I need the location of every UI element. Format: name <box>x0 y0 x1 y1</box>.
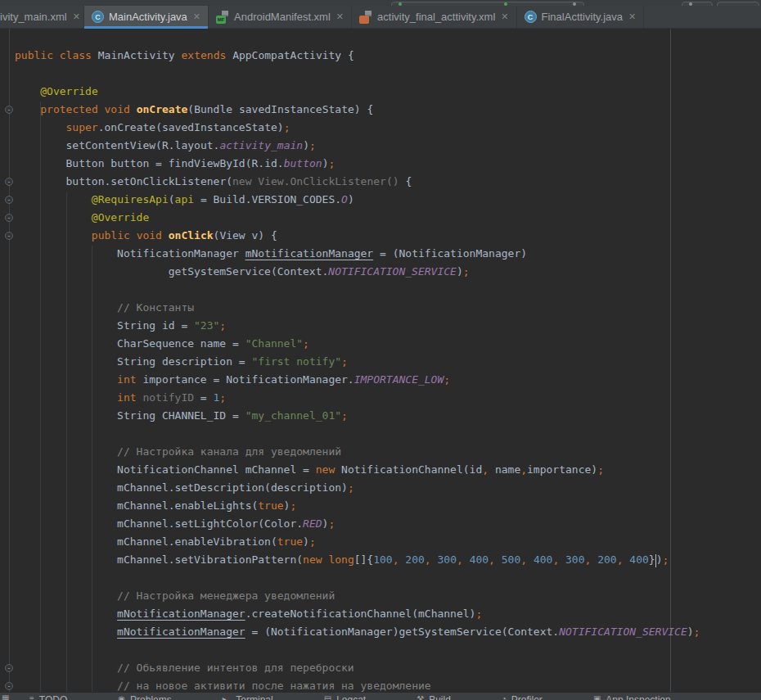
code-line[interactable]: setContentView(R.layout.activity_main); <box>15 137 761 155</box>
code-line[interactable]: String description = "first notify"; <box>15 353 761 371</box>
code-token: 400 <box>534 553 552 566</box>
code-line[interactable]: mChannel.enableLights(true); <box>15 497 761 515</box>
code-line[interactable]: // Настройка менеджера уведомлений <box>15 587 761 605</box>
code-token: setContentView(R.layout. <box>66 139 220 151</box>
fold-marker-icon[interactable]: - <box>5 196 13 204</box>
code-line[interactable]: // на новое активити после нажатия на ув… <box>15 677 761 692</box>
problems-icon: ◉ <box>118 694 125 700</box>
tool-window-corner-icon[interactable]: ▦ <box>2 693 9 700</box>
code-token: importance = NotificationManager. <box>137 373 354 386</box>
code-token: public <box>92 229 130 242</box>
close-icon[interactable]: ✕ <box>193 11 200 22</box>
code-token: new View.OnClickListener() <box>232 175 405 187</box>
fold-marker-icon[interactable]: - <box>5 178 13 186</box>
fold-marker-icon[interactable]: - <box>5 682 13 690</box>
tool-window-button-terminal[interactable]: ▸_Terminal <box>223 694 273 700</box>
code-line[interactable]: int importance = NotificationManager.IMP… <box>15 371 761 389</box>
code-token: ; <box>475 607 482 620</box>
code-editor[interactable]: public class MainActivity extends AppCom… <box>0 29 761 692</box>
code-line[interactable]: CharSequence name = "Channel"; <box>15 335 761 353</box>
code-line[interactable]: public class MainActivity extends AppCom… <box>15 47 761 65</box>
code-line[interactable]: button.setOnClickListener(new View.OnCli… <box>15 173 761 191</box>
code-token: "first notify" <box>251 355 341 368</box>
tool-window-button-todo[interactable]: ≡TODO <box>29 694 67 700</box>
editor-tab-ivity_main.xml[interactable]: ivity_main.xml✕ <box>0 6 84 28</box>
code-line[interactable] <box>15 569 761 587</box>
code-line[interactable]: @RequiresApi(api = Build.VERSION_CODES.O… <box>15 191 761 209</box>
close-icon[interactable]: ✕ <box>628 11 636 22</box>
code-line[interactable]: mNotificationManager.createNotificationC… <box>15 605 761 623</box>
code-line[interactable]: protected void onCreate(Bundle savedInst… <box>15 101 761 119</box>
code-token: notifyID <box>142 391 194 404</box>
code-line[interactable]: @Override <box>15 83 761 101</box>
close-icon[interactable]: ✕ <box>501 11 508 22</box>
code-line[interactable]: // Константы <box>15 299 761 317</box>
tool-window-button-profiler[interactable]: ◔Profiler <box>502 694 543 700</box>
code-line[interactable]: // Обьявление интентов для переброски <box>15 659 761 677</box>
editor-tab-FinalActtivity.java[interactable]: CFinalActtivity.java✕ <box>517 6 645 28</box>
code-line[interactable]: NotificationChannel mChannel = new Notif… <box>15 461 761 479</box>
profiler-icon: ◔ <box>502 694 507 700</box>
code-line[interactable]: super.onCreate(savedInstanceState); <box>15 119 761 137</box>
editor-tab-activity_final_acttivity.xml[interactable]: activity_final_acttivity.xml✕ <box>352 6 516 28</box>
code-token: O <box>341 193 348 205</box>
code-token: int <box>117 373 136 386</box>
close-icon[interactable]: ✕ <box>73 11 80 22</box>
close-icon[interactable]: ✕ <box>336 11 344 22</box>
code-token: ; <box>284 121 290 133</box>
code-token: 300 <box>565 553 584 566</box>
code-line[interactable]: int notifyID = 1; <box>15 389 761 407</box>
code-line[interactable]: mNotificationManager = (NotificationMana… <box>15 623 761 641</box>
code-line[interactable] <box>15 281 761 299</box>
code-area[interactable]: public class MainActivity extends AppCom… <box>15 47 761 692</box>
code-token: (View v) { <box>214 229 277 242</box>
tool-window-button-build[interactable]: ⚒Build <box>417 694 451 700</box>
code-token: int <box>117 391 136 404</box>
code-line[interactable]: mChannel.setVibrationPattern(new long[]{… <box>15 551 761 569</box>
tool-window-button-app-inspection[interactable]: ▣App Inspection <box>593 694 671 700</box>
code-token: 400 <box>629 553 648 566</box>
code-token: super <box>66 121 98 133</box>
code-line[interactable]: mChannel.setLightColor(Color.RED); <box>15 515 761 533</box>
todo-icon: ≡ <box>29 694 34 700</box>
code-token: button <box>284 157 322 169</box>
code-token: NOTIFICATION_SERVICE <box>559 625 687 638</box>
code-line[interactable]: public void onClick(View v) { <box>15 227 761 245</box>
code-line[interactable]: String id = "23"; <box>15 317 761 335</box>
code-token: ; <box>309 535 316 548</box>
code-line[interactable] <box>15 641 761 659</box>
code-line[interactable]: mChannel.setDescription(description); <box>15 479 761 497</box>
code-line[interactable]: mChannel.enableVibration(true); <box>15 533 761 551</box>
code-token: ; <box>219 391 226 404</box>
code-token: , <box>425 553 431 566</box>
code-token: getSystemService(Context. <box>169 265 329 278</box>
code-token: NotificationChannel mChannel = <box>117 463 316 476</box>
fold-marker-icon[interactable]: - <box>5 214 13 222</box>
code-token: mChannel.setDescription(description) <box>117 481 348 494</box>
code-line[interactable]: // Настройка канала для уведомлений <box>15 443 761 461</box>
fold-marker-icon[interactable]: - <box>5 664 13 672</box>
fold-marker-icon[interactable]: - <box>5 232 13 240</box>
code-token: // Настройка менеджера уведомлений <box>117 589 335 602</box>
main-toolbar[interactable] <box>0 0 761 6</box>
code-line[interactable]: @Override <box>15 209 761 227</box>
code-token: { <box>405 175 412 187</box>
code-line[interactable]: getSystemService(Context.NOTIFICATION_SE… <box>15 263 761 281</box>
code-token: importance) <box>527 463 597 476</box>
code-line[interactable]: String CHANNEL_ID = "my_channel_01"; <box>15 407 761 425</box>
code-token: "my_channel_01" <box>245 409 341 422</box>
tool-window-button-label: App Inspection <box>606 694 670 700</box>
tool-window-button-logcat[interactable]: ▤Logcat <box>324 694 366 700</box>
code-line[interactable]: Button button = findViewById(R.id.button… <box>15 155 761 173</box>
code-token: name <box>489 463 520 476</box>
code-line[interactable]: NotificationManager mNotificationManager… <box>15 245 761 263</box>
fold-marker-icon[interactable]: - <box>5 106 13 114</box>
code-token: ; <box>341 409 348 422</box>
code-token: , <box>457 553 463 566</box>
code-token: ; <box>463 265 470 278</box>
code-line[interactable] <box>15 65 761 83</box>
editor-tab-AndroidManifest.xml[interactable]: MFAndroidManifest.xml✕ <box>209 6 352 28</box>
tool-window-button-problems[interactable]: ◉Problems <box>118 694 171 700</box>
code-line[interactable] <box>15 425 761 443</box>
editor-tab-MainActivity.java[interactable]: CMainActivity.java✕ <box>84 6 209 28</box>
